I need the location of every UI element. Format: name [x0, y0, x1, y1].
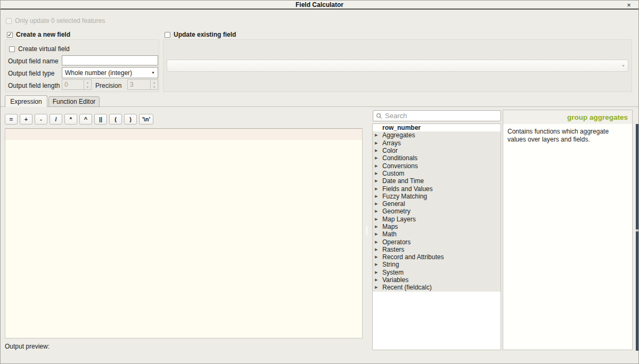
- output-field-length-value: 0: [62, 80, 84, 89]
- output-field-name-input[interactable]: [62, 55, 158, 65]
- checkbox-label: Update existing field: [174, 31, 236, 38]
- operator-button[interactable]: (: [109, 114, 122, 125]
- tree-group-row[interactable]: ▶Aggregates: [373, 131, 501, 139]
- tree-group-label: Fields and Values: [382, 185, 433, 193]
- tree-group-row[interactable]: ▶Rasters: [373, 246, 501, 253]
- operator-button[interactable]: *: [64, 114, 77, 125]
- splitter-handle[interactable]: [366, 226, 368, 236]
- tree-group-label: Date and Time: [382, 177, 424, 185]
- tree-group-row[interactable]: ▶String: [373, 261, 501, 268]
- tree-group-row[interactable]: ▶System: [373, 269, 501, 276]
- tree-group-label: Geometry: [382, 208, 411, 215]
- expand-arrow-icon[interactable]: ▶: [375, 187, 382, 191]
- expand-arrow-icon[interactable]: ▶: [375, 217, 382, 221]
- operator-button[interactable]: '\n': [139, 114, 153, 125]
- tree-group-row[interactable]: ▶Maps: [373, 223, 501, 230]
- tab-label: Function Editor: [53, 98, 96, 105]
- expand-arrow-icon[interactable]: ▶: [375, 148, 382, 153]
- checkbox-checked-box[interactable]: ✓: [7, 32, 13, 38]
- expression-editor[interactable]: [5, 128, 363, 338]
- operator-button[interactable]: =: [5, 114, 18, 125]
- output-field-type-label: Output field type: [8, 70, 54, 77]
- tree-group-label: System: [382, 269, 404, 276]
- expand-arrow-icon[interactable]: ▶: [375, 270, 382, 275]
- checkbox-label: Create a new field: [16, 31, 70, 38]
- function-search[interactable]: [373, 110, 501, 121]
- tree-group-label: Maps: [382, 223, 398, 230]
- search-input[interactable]: [385, 112, 498, 120]
- create-virtual-field-checkbox[interactable]: Create virtual field: [9, 45, 70, 53]
- help-panel-header: group aggregates: [503, 110, 632, 124]
- chevron-down-icon: ▼: [621, 64, 625, 68]
- expand-arrow-icon[interactable]: ▶: [375, 141, 382, 145]
- expand-arrow-icon[interactable]: ▶: [375, 179, 382, 183]
- checkbox-box[interactable]: [9, 46, 15, 52]
- tree-item-label: row_number: [382, 124, 421, 131]
- tree-group-row[interactable]: ▶Record and Attributes: [373, 253, 501, 261]
- output-field-length-stepper: 0 ▲▼: [62, 79, 92, 90]
- tree-group-row[interactable]: ▶Fields and Values: [373, 185, 501, 192]
- tree-group-label: Rasters: [382, 246, 404, 253]
- tree-group-label: Arrays: [382, 139, 401, 147]
- chevron-down-icon: ▼: [151, 71, 155, 75]
- expand-arrow-icon[interactable]: ▶: [375, 209, 382, 213]
- tree-group-row[interactable]: ▶Variables: [373, 276, 501, 284]
- operator-button-row: =+-/*^||()'\n': [5, 114, 153, 125]
- tree-group-label: String: [382, 261, 399, 268]
- tree-group-row[interactable]: ▶Color: [373, 147, 501, 154]
- tree-group-label: Fuzzy Matching: [382, 193, 427, 200]
- vertical-scrollbar[interactable]: [636, 124, 639, 351]
- expand-arrow-icon[interactable]: ▶: [375, 133, 382, 137]
- update-existing-field-checkbox[interactable]: Update existing field: [165, 31, 236, 38]
- tree-group-row[interactable]: ▶Map Layers: [373, 216, 501, 223]
- tree-group-row[interactable]: ▶Arrays: [373, 139, 501, 147]
- operator-button[interactable]: ||: [94, 114, 107, 125]
- tree-group-row[interactable]: ▶Fuzzy Matching: [373, 193, 501, 200]
- tree-group-label: General: [382, 200, 405, 208]
- help-panel: group aggregates Contains functions whic…: [503, 110, 633, 350]
- expand-arrow-icon[interactable]: ▶: [375, 247, 382, 252]
- expand-arrow-icon[interactable]: ▶: [375, 225, 382, 229]
- operator-button[interactable]: /: [50, 114, 62, 125]
- close-icon[interactable]: ×: [625, 1, 633, 9]
- help-title: group aggregates: [567, 113, 628, 121]
- tree-group-row[interactable]: ▶Operators: [373, 238, 501, 245]
- operator-button[interactable]: ^: [79, 114, 92, 125]
- tree-group-row[interactable]: ▶Conversions: [373, 162, 501, 169]
- tab-label: Expression: [10, 98, 42, 105]
- checkbox-box[interactable]: [165, 32, 170, 38]
- operator-button[interactable]: +: [20, 114, 32, 125]
- tree-item-selected[interactable]: row_number: [373, 124, 501, 131]
- expand-arrow-icon[interactable]: ▶: [375, 164, 382, 168]
- operator-button[interactable]: -: [35, 114, 47, 125]
- expand-arrow-icon[interactable]: ▶: [375, 240, 382, 244]
- function-tree: row_number ▶Aggregates▶Arrays▶Color▶Cond…: [372, 123, 501, 350]
- expand-arrow-icon[interactable]: ▶: [375, 156, 382, 160]
- tree-group-label: Map Layers: [382, 216, 416, 223]
- tab-expression[interactable]: Expression: [5, 95, 47, 107]
- expand-arrow-icon[interactable]: ▶: [375, 255, 382, 259]
- tree-group-label: Record and Attributes: [382, 253, 444, 261]
- output-field-length-label: Output field length: [8, 82, 60, 89]
- tree-group-row[interactable]: ▶Geometry: [373, 208, 501, 215]
- expand-arrow-icon[interactable]: ▶: [375, 194, 382, 198]
- tree-group-row[interactable]: ▶Conditionals: [373, 154, 501, 162]
- expand-arrow-icon[interactable]: ▶: [375, 285, 382, 289]
- expand-arrow-icon[interactable]: ▶: [375, 202, 382, 206]
- expand-arrow-icon[interactable]: ▶: [375, 232, 382, 236]
- tab-function-editor[interactable]: Function Editor: [48, 96, 100, 107]
- tree-group-row[interactable]: ▶Custom: [373, 170, 501, 177]
- expand-arrow-icon[interactable]: ▶: [375, 278, 382, 282]
- tree-group-label: Aggregates: [382, 131, 415, 139]
- output-field-name-label: Output field name: [8, 57, 59, 65]
- expand-arrow-icon[interactable]: ▶: [375, 262, 382, 267]
- operator-button[interactable]: ): [124, 114, 137, 125]
- expression-current-line[interactable]: [5, 129, 362, 140]
- expand-arrow-icon[interactable]: ▶: [375, 171, 382, 176]
- tree-group-row[interactable]: ▶Recent (fieldcalc): [373, 284, 501, 291]
- output-field-type-select[interactable]: Whole number (integer) ▼: [62, 67, 158, 78]
- tree-group-row[interactable]: ▶Math: [373, 230, 501, 238]
- tree-group-row[interactable]: ▶Date and Time: [373, 177, 501, 185]
- tree-group-row[interactable]: ▶General: [373, 200, 501, 208]
- create-new-field-checkbox[interactable]: ✓ Create a new field: [7, 31, 70, 38]
